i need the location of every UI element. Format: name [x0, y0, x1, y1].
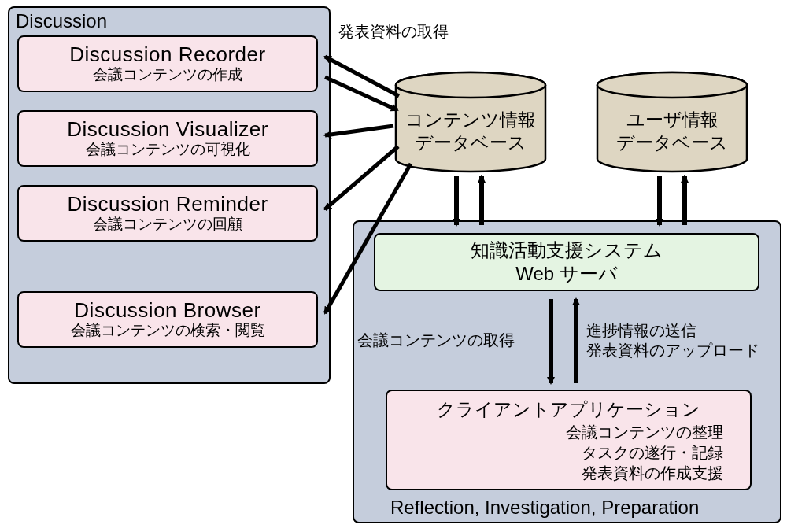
- arrows-layer: [0, 0, 787, 532]
- arrow-recorder-to-db: [325, 77, 397, 110]
- arrow-db-to-visualizer: [325, 126, 394, 135]
- arrow-db-to-reminder: [325, 146, 398, 209]
- arrow-db-to-recorder: [325, 57, 399, 96]
- arrow-db-to-browser: [325, 164, 411, 313]
